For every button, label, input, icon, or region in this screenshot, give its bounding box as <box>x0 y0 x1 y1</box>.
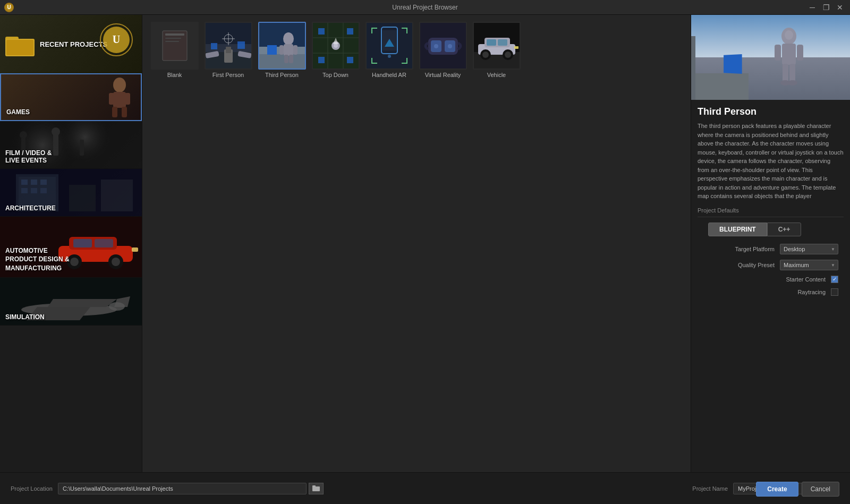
svg-point-98 <box>448 44 452 48</box>
games-figure-icon <box>93 77 135 119</box>
template-thumb-first-person <box>205 22 252 70</box>
svg-rect-24 <box>21 180 28 185</box>
template-thumb-blank <box>151 22 199 70</box>
template-label-handheld-ar: Handheld AR <box>372 72 406 78</box>
svg-rect-113 <box>797 45 803 61</box>
svg-rect-70 <box>284 44 293 56</box>
svg-rect-20 <box>80 140 84 156</box>
svg-rect-31 <box>101 180 133 211</box>
app-icon: U <box>4 3 14 12</box>
action-buttons: Create Cancel <box>756 482 839 497</box>
template-item-top-down[interactable]: Top Down <box>310 22 361 78</box>
cancel-button[interactable]: Cancel <box>802 482 839 497</box>
sidebar-item-automotive[interactable]: AUTOMOTIVE PRODUCT DESIGN & MANUFACTURIN… <box>0 217 142 278</box>
folder-browse-icon <box>312 485 320 491</box>
browse-button[interactable] <box>309 483 324 494</box>
svg-point-19 <box>52 127 60 136</box>
svg-rect-64 <box>211 43 217 49</box>
quality-preset-label: Quality Preset <box>738 262 775 268</box>
svg-rect-74 <box>289 55 293 63</box>
film-label: FILM / VIDEO & LIVE EVENTS <box>5 149 52 164</box>
detail-description: The third person pack features a playabl… <box>698 122 844 201</box>
svg-marker-46 <box>48 299 117 307</box>
svg-rect-51 <box>165 33 184 36</box>
template-item-blank[interactable]: Blank <box>149 22 200 78</box>
architecture-label: ARCHITECTURE <box>5 204 56 212</box>
project-defaults-label: Project Defaults <box>698 207 844 217</box>
target-platform-select-wrapper: Desktop Mobile <box>780 244 838 254</box>
template-item-virtual-reality[interactable]: Virtual Reality <box>418 22 468 78</box>
create-button[interactable]: Create <box>756 482 798 497</box>
automotive-label: AUTOMOTIVE PRODUCT DESIGN & MANUFACTURIN… <box>5 246 70 273</box>
raytracing-checkbox[interactable] <box>831 288 838 296</box>
quality-preset-select[interactable]: Maximum Scalable <box>780 260 838 270</box>
blueprint-button[interactable]: BLUEPRINT <box>708 223 767 236</box>
minimize-button[interactable]: ─ <box>806 2 818 13</box>
svg-text:U: U <box>113 33 120 45</box>
svg-point-118 <box>785 30 793 40</box>
title-bar-left: U <box>4 3 14 12</box>
detail-title: Third Person <box>698 106 844 117</box>
template-item-handheld-ar[interactable]: Handheld AR <box>364 22 414 78</box>
template-label-blank: Blank <box>167 72 182 78</box>
simulation-label: SIMULATION <box>5 313 45 321</box>
template-thumb-virtual-reality <box>419 22 467 70</box>
svg-rect-87 <box>347 57 353 63</box>
svg-rect-27 <box>21 188 28 193</box>
sidebar-item-simulation[interactable]: SIMULATION <box>0 278 142 326</box>
project-name-label: Project Name <box>692 485 728 492</box>
svg-point-48 <box>109 302 125 311</box>
svg-rect-11 <box>112 107 117 117</box>
sidebar-item-games[interactable]: GAMES <box>0 73 142 121</box>
svg-rect-84 <box>318 28 325 35</box>
sidebar-item-architecture[interactable]: ARCHITECTURE <box>0 169 142 217</box>
window-controls: ─ ❐ ✕ <box>806 2 846 13</box>
template-label-first-person: First Person <box>212 72 244 78</box>
close-button[interactable]: ✕ <box>834 2 846 13</box>
recent-projects-label: RECENT PROJECTS <box>40 40 107 48</box>
project-location-wrapper <box>58 483 324 494</box>
svg-rect-104 <box>498 39 507 46</box>
svg-rect-75 <box>267 45 277 55</box>
main-layout: U RECENT PROJECTS GAMES <box>0 15 850 472</box>
template-item-third-person[interactable]: Third Person <box>257 22 307 78</box>
svg-rect-86 <box>318 57 325 63</box>
svg-rect-3 <box>6 40 33 55</box>
svg-rect-30 <box>69 185 96 211</box>
folder-icon <box>5 32 35 56</box>
template-thumb-third-person <box>258 22 306 70</box>
sidebar-item-recent-projects[interactable]: U RECENT PROJECTS <box>0 15 142 73</box>
target-platform-select[interactable]: Desktop Mobile <box>780 244 838 254</box>
svg-rect-26 <box>40 180 47 185</box>
sidebar: U RECENT PROJECTS GAMES <box>0 15 142 472</box>
template-thumb-top-down <box>312 22 360 70</box>
svg-rect-42 <box>132 247 138 252</box>
svg-rect-112 <box>775 45 781 61</box>
svg-point-108 <box>505 52 511 58</box>
template-item-vehicle[interactable]: Vehicle <box>471 22 522 78</box>
project-location-label: Project Location <box>11 485 53 492</box>
template-thumb-vehicle <box>473 22 521 70</box>
svg-rect-8 <box>113 92 126 108</box>
project-location-input[interactable] <box>58 483 307 494</box>
games-label: GAMES <box>6 108 30 116</box>
svg-rect-18 <box>53 134 58 156</box>
svg-rect-52 <box>165 38 181 39</box>
raytracing-checkbox-wrapper <box>831 288 838 296</box>
quality-preset-select-wrapper: Maximum Scalable <box>780 260 838 270</box>
quality-preset-row: Quality Preset Maximum Scalable <box>698 260 844 270</box>
svg-rect-72 <box>293 45 298 55</box>
svg-rect-60 <box>226 47 231 53</box>
starter-content-label: Starter Content <box>786 276 826 283</box>
svg-rect-9 <box>109 93 114 105</box>
template-item-first-person[interactable]: First Person <box>203 22 253 78</box>
cpp-button[interactable]: C++ <box>767 223 802 236</box>
svg-rect-109 <box>514 46 518 49</box>
template-label-vehicle: Vehicle <box>487 72 506 78</box>
sidebar-item-film[interactable]: FILM / VIDEO & LIVE EVENTS <box>0 121 142 169</box>
starter-content-checkbox[interactable]: ✓ <box>831 276 838 283</box>
svg-rect-29 <box>40 188 47 193</box>
restore-button[interactable]: ❐ <box>820 2 832 13</box>
svg-rect-115 <box>789 64 795 82</box>
svg-rect-10 <box>125 93 130 105</box>
